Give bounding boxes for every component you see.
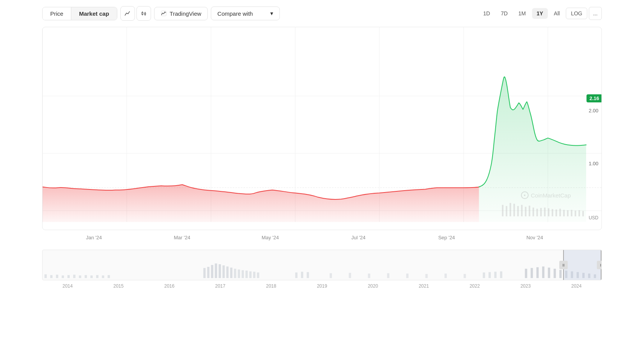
svg-rect-54 bbox=[207, 267, 209, 278]
svg-rect-74 bbox=[387, 273, 389, 278]
x-label-may: May '24 bbox=[226, 235, 314, 240]
svg-rect-30 bbox=[544, 207, 545, 216]
more-button[interactable]: ... bbox=[589, 7, 602, 20]
svg-rect-36 bbox=[567, 210, 568, 216]
svg-rect-72 bbox=[349, 273, 351, 278]
svg-rect-29 bbox=[540, 208, 542, 216]
tf-1y-button[interactable]: 1Y bbox=[532, 8, 548, 19]
svg-rect-40 bbox=[582, 211, 584, 216]
tf-7d-button[interactable]: 7D bbox=[496, 8, 512, 19]
price-1-label: 1.00 bbox=[589, 161, 598, 166]
svg-rect-37 bbox=[571, 210, 572, 216]
tf-1m-button[interactable]: 1M bbox=[514, 8, 530, 19]
x-axis: Jan '24 Mar '24 May '24 Jul '24 Sep '24 … bbox=[42, 230, 602, 244]
compare-with-button[interactable]: Compare with ▾ bbox=[211, 7, 280, 20]
mini-x-2019: 2019 bbox=[297, 283, 348, 289]
svg-rect-59 bbox=[226, 267, 228, 278]
svg-rect-31 bbox=[548, 208, 549, 216]
currency-label: USD bbox=[589, 215, 598, 220]
svg-rect-42 bbox=[50, 275, 53, 278]
svg-rect-51 bbox=[102, 275, 104, 278]
mini-x-2023: 2023 bbox=[500, 283, 551, 289]
mini-x-2024: 2024 bbox=[551, 283, 602, 289]
log-button[interactable]: LOG bbox=[566, 8, 587, 19]
cmc-logo-icon: ● bbox=[521, 191, 529, 199]
svg-rect-79 bbox=[483, 273, 485, 278]
mini-chart-svg bbox=[43, 250, 601, 280]
svg-rect-69 bbox=[301, 272, 303, 278]
current-price-badge: 2.16 bbox=[586, 94, 602, 102]
mini-chart-left-handle[interactable]: ⏸ bbox=[559, 261, 568, 269]
mini-x-2017: 2017 bbox=[195, 283, 246, 289]
svg-rect-26 bbox=[529, 206, 530, 216]
svg-rect-60 bbox=[230, 268, 232, 278]
mini-x-2018: 2018 bbox=[246, 283, 297, 289]
x-label-mar: Mar '24 bbox=[138, 235, 226, 240]
svg-rect-84 bbox=[531, 268, 533, 278]
mini-x-axis: 2014 2015 2016 2017 2018 2019 2020 2021 … bbox=[42, 280, 602, 292]
svg-rect-64 bbox=[245, 271, 248, 278]
svg-rect-85 bbox=[536, 267, 539, 278]
mini-x-2021: 2021 bbox=[398, 283, 449, 289]
svg-rect-87 bbox=[548, 268, 550, 278]
svg-rect-73 bbox=[368, 273, 370, 278]
x-label-jan: Jan '24 bbox=[50, 235, 138, 240]
mini-x-2014: 2014 bbox=[42, 283, 93, 289]
mini-chart-selector[interactable]: ⏸ ⏸ bbox=[563, 250, 601, 280]
svg-rect-57 bbox=[219, 264, 221, 278]
cmc-text: CoinMarketCap bbox=[531, 192, 571, 199]
svg-rect-68 bbox=[295, 273, 297, 278]
tradingview-button[interactable]: TradingView bbox=[154, 7, 208, 20]
svg-rect-33 bbox=[555, 209, 557, 216]
chevron-down-icon: ▾ bbox=[270, 10, 273, 17]
svg-rect-63 bbox=[242, 270, 244, 278]
svg-rect-52 bbox=[108, 275, 110, 278]
tf-1d-button[interactable]: 1D bbox=[478, 8, 495, 19]
line-chart-icon[interactable] bbox=[120, 6, 135, 21]
svg-rect-48 bbox=[85, 275, 87, 278]
svg-rect-3 bbox=[145, 13, 146, 15]
market-cap-button[interactable]: Market cap bbox=[71, 7, 117, 20]
tf-all-button[interactable]: All bbox=[549, 8, 565, 19]
svg-rect-43 bbox=[56, 275, 58, 278]
svg-rect-39 bbox=[578, 210, 580, 216]
svg-rect-21 bbox=[509, 203, 511, 216]
svg-rect-0 bbox=[142, 12, 143, 15]
x-label-jul: Jul '24 bbox=[314, 235, 402, 240]
svg-rect-81 bbox=[494, 272, 496, 278]
timeframe-group: 1D 7D 1M 1Y All LOG ... bbox=[478, 7, 602, 20]
svg-rect-41 bbox=[44, 274, 47, 278]
svg-rect-78 bbox=[463, 274, 466, 278]
svg-rect-80 bbox=[488, 272, 491, 278]
svg-rect-70 bbox=[307, 272, 309, 278]
mini-x-2016: 2016 bbox=[144, 283, 195, 289]
svg-rect-56 bbox=[215, 263, 217, 278]
mini-x-2020: 2020 bbox=[347, 283, 398, 289]
svg-rect-62 bbox=[238, 270, 240, 278]
chart-area: 2.16 2.00 1.00 USD ● CoinMarketCap Jan '… bbox=[42, 27, 602, 244]
svg-rect-49 bbox=[90, 275, 93, 278]
view-toggle: Price Market cap bbox=[42, 7, 117, 20]
price-button[interactable]: Price bbox=[43, 7, 71, 20]
chart-svg bbox=[43, 27, 601, 230]
svg-rect-82 bbox=[500, 272, 502, 278]
svg-rect-58 bbox=[222, 265, 225, 278]
svg-rect-47 bbox=[79, 275, 81, 278]
svg-rect-24 bbox=[521, 205, 522, 216]
svg-rect-55 bbox=[211, 265, 213, 278]
svg-rect-32 bbox=[552, 209, 553, 216]
mini-chart[interactable]: ⏸ ⏸ bbox=[42, 250, 602, 280]
svg-rect-89 bbox=[559, 270, 562, 278]
x-label-sep: Sep '24 bbox=[402, 235, 491, 240]
svg-rect-25 bbox=[525, 207, 526, 216]
svg-rect-34 bbox=[559, 209, 561, 216]
candlestick-icon[interactable] bbox=[136, 6, 151, 21]
coinmarketcap-watermark: ● CoinMarketCap bbox=[521, 191, 571, 199]
svg-rect-61 bbox=[234, 269, 236, 278]
svg-rect-23 bbox=[517, 206, 519, 216]
main-chart[interactable]: 2.16 2.00 1.00 USD ● CoinMarketCap bbox=[42, 27, 602, 230]
svg-rect-83 bbox=[525, 269, 527, 278]
mini-chart-right-handle[interactable]: ⏸ bbox=[597, 261, 602, 269]
svg-rect-65 bbox=[249, 272, 251, 278]
svg-rect-86 bbox=[542, 267, 544, 278]
